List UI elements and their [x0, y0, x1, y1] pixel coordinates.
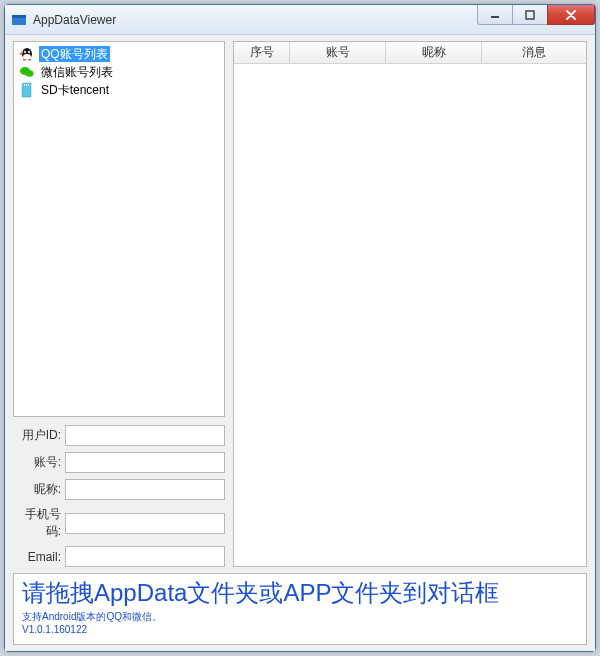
wechat-icon	[19, 64, 35, 80]
drop-version-text: V1.0.1.160122	[22, 623, 578, 636]
nickname-input[interactable]	[65, 479, 225, 500]
titlebar[interactable]: AppDataViewer	[5, 5, 595, 35]
minimize-button[interactable]	[477, 5, 513, 25]
svg-rect-2	[491, 16, 499, 18]
svg-point-15	[26, 69, 28, 71]
account-list[interactable]: 序号 账号 昵称 消息	[233, 41, 587, 567]
svg-rect-19	[26, 84, 27, 86]
field-row-account: 账号:	[13, 452, 225, 473]
field-row-email: Email:	[13, 546, 225, 567]
col-nickname[interactable]: 昵称	[386, 42, 482, 63]
account-tree[interactable]: QQ账号列表 微信账号列表 SD卡tencent	[13, 41, 225, 417]
svg-rect-20	[28, 84, 29, 86]
tree-item-sdcard[interactable]: SD卡tencent	[17, 81, 221, 99]
field-label: 用户ID:	[13, 427, 61, 444]
field-label: Email:	[13, 550, 61, 564]
account-input[interactable]	[65, 452, 225, 473]
tree-item-wechat[interactable]: 微信账号列表	[17, 63, 221, 81]
col-account[interactable]: 账号	[290, 42, 386, 63]
tree-label: 微信账号列表	[39, 64, 115, 80]
svg-rect-1	[12, 15, 26, 18]
svg-point-14	[23, 69, 25, 71]
tree-item-qq[interactable]: QQ账号列表	[17, 45, 221, 63]
field-label: 账号:	[13, 454, 61, 471]
svg-point-9	[29, 52, 30, 53]
svg-point-16	[27, 72, 28, 73]
field-label: 手机号码:	[13, 506, 61, 540]
work-area: QQ账号列表 微信账号列表 SD卡tencent	[13, 41, 587, 567]
app-window: AppDataViewer QQ账号列表	[4, 4, 596, 652]
detail-fields: 用户ID: 账号: 昵称: 手机号码:	[13, 423, 225, 567]
svg-point-13	[26, 70, 34, 76]
field-label: 昵称:	[13, 481, 61, 498]
svg-point-17	[30, 72, 31, 73]
client-area: QQ账号列表 微信账号列表 SD卡tencent	[5, 35, 595, 651]
left-column: QQ账号列表 微信账号列表 SD卡tencent	[13, 41, 225, 567]
tree-label: QQ账号列表	[39, 46, 110, 62]
drop-support-text: 支持Android版本的QQ和微信。	[22, 610, 578, 623]
tree-label: SD卡tencent	[39, 82, 111, 98]
field-row-userid: 用户ID:	[13, 425, 225, 446]
drop-instruction: 请拖拽AppData文件夹或APP文件夹到对话框	[22, 576, 578, 610]
maximize-button[interactable]	[512, 5, 548, 25]
app-icon	[11, 12, 27, 28]
phone-input[interactable]	[65, 513, 225, 534]
svg-rect-11	[28, 59, 31, 61]
col-index[interactable]: 序号	[234, 42, 290, 63]
window-controls	[478, 5, 595, 25]
close-button[interactable]	[547, 5, 595, 25]
list-body[interactable]	[234, 64, 586, 566]
field-row-nickname: 昵称:	[13, 479, 225, 500]
svg-rect-3	[526, 11, 534, 19]
qq-icon	[19, 46, 35, 62]
drop-zone[interactable]: 请拖拽AppData文件夹或APP文件夹到对话框 支持Android版本的QQ和…	[13, 573, 587, 645]
email-input[interactable]	[65, 546, 225, 567]
svg-rect-18	[24, 84, 25, 86]
svg-rect-10	[23, 59, 26, 61]
svg-point-8	[25, 52, 26, 53]
sdcard-icon	[19, 82, 35, 98]
userid-input[interactable]	[65, 425, 225, 446]
list-header: 序号 账号 昵称 消息	[234, 42, 586, 64]
col-message[interactable]: 消息	[482, 42, 586, 63]
window-title: AppDataViewer	[33, 13, 478, 27]
field-row-phone: 手机号码:	[13, 506, 225, 540]
